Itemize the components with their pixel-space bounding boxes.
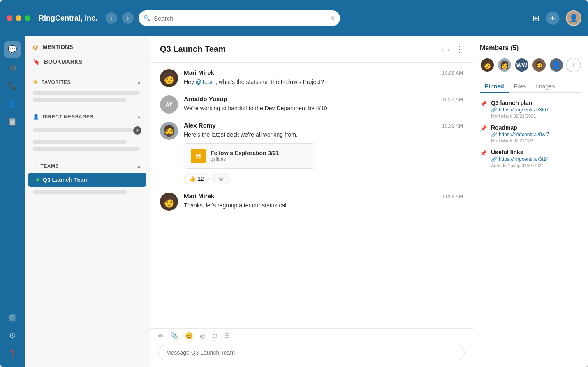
- chat-title: Q3 Launch Team: [160, 44, 226, 54]
- emoji-icon[interactable]: 😊: [185, 332, 193, 340]
- more-options-button[interactable]: ⋮: [456, 45, 463, 54]
- pinned-title-1: Q3 launch plan: [491, 100, 549, 106]
- file-name: Fellow's Exploration 3/21: [211, 150, 279, 156]
- message-1-author: Mari Mirek: [184, 69, 214, 76]
- tab-files[interactable]: Files: [509, 81, 531, 93]
- video-rail-icon[interactable]: 📹: [4, 59, 21, 76]
- pinned-item-3: 📌 Useful links 🔗 https://ringcentr.al/3t…: [480, 149, 581, 168]
- message-1-time: 10:08 AM: [442, 70, 463, 76]
- favorites-header[interactable]: ★ FAVORITES ▲: [25, 76, 150, 88]
- pinned-title-3: Useful links: [491, 149, 549, 156]
- dm-header-left: 👤 DIRECT MESSAGES: [33, 114, 93, 120]
- apps-rail-icon[interactable]: ⚙️: [4, 309, 21, 326]
- dm-icon: 👤: [33, 114, 39, 120]
- add-button[interactable]: +: [546, 12, 559, 25]
- messages-list: 🧑 Mari Mirek 10:08 AM Hey @Team, what's …: [150, 63, 473, 328]
- link-icon-1: 🔗: [491, 107, 497, 113]
- message-1-content: Mari Mirek 10:08 AM Hey @Team, what's th…: [184, 69, 463, 86]
- phone-rail-icon[interactable]: 📞: [4, 77, 21, 94]
- member-avatar-4: 🧔: [532, 58, 546, 72]
- main-content: 💬 📹 📞 👤 📋 ⚙️ ⚙ ❓ @ MENTIONS 🔖 BOOKMARKS: [0, 36, 588, 367]
- chat-header: Q3 Launch Team ▭ ⋮: [150, 36, 473, 63]
- mentions-icon: @: [33, 44, 39, 50]
- message-3: 🧔 Alex Romy 10:32 AM Here's the latest d…: [160, 122, 463, 184]
- mentions-label: MENTIONS: [43, 44, 73, 50]
- chat-toolbar: ✏ 📎 😊 ◎ ⊙ ☰: [150, 328, 473, 341]
- dm-skeleton-3: [33, 147, 139, 151]
- close-button[interactable]: [7, 15, 12, 21]
- message-4-time: 11:08 AM: [442, 194, 463, 200]
- minimize-button[interactable]: [16, 15, 21, 21]
- sidebar-mentions[interactable]: @ MENTIONS: [25, 39, 150, 54]
- favorites-chevron: ▲: [137, 79, 141, 85]
- attachment-icon[interactable]: 📎: [170, 332, 178, 340]
- chat-input-area: [150, 341, 473, 367]
- thumbs-up-reaction[interactable]: 👍 12: [184, 173, 209, 184]
- sidebar-bookmarks[interactable]: 🔖 BOOKMARKS: [25, 54, 150, 69]
- video-call-button[interactable]: ▭: [442, 45, 449, 54]
- tasks-rail-icon[interactable]: 📋: [4, 114, 21, 130]
- messages-rail-icon[interactable]: 💬: [4, 41, 21, 58]
- chat-area: Q3 Launch Team ▭ ⋮ 🧑 Mari Mirek 10:08 AM: [150, 36, 473, 367]
- mention-icon[interactable]: ⊙: [212, 332, 218, 340]
- user-avatar[interactable]: 👤: [566, 10, 581, 26]
- contacts-rail-icon[interactable]: 👤: [4, 95, 21, 112]
- pinned-url-3: https://ringcentr.al/3t24: [499, 156, 549, 162]
- team-q3-launch[interactable]: Q3 Launch Team: [28, 173, 146, 187]
- chat-input[interactable]: [158, 345, 465, 360]
- message-3-header: Alex Romy 10:32 AM: [184, 122, 463, 129]
- message-1-text: Hey @Team, what's the status on the Fell…: [184, 78, 463, 86]
- right-panel: Members (5) 🧑 👩 WW 🧔 👤 + Pinned Files Im…: [473, 36, 588, 367]
- pinned-content-1: Q3 launch plan 🔗 https://ringcentr.al/3t…: [491, 100, 549, 118]
- tab-images[interactable]: Images: [531, 81, 560, 93]
- members-header: Members (5): [480, 44, 581, 52]
- app-window: RingCentral, Inc. ‹ › 🔍 ✕ ⊞ + 👤 💬 📹 📞 👤 …: [0, 0, 588, 367]
- clear-search-button[interactable]: ✕: [330, 14, 335, 22]
- file-type: gslides: [211, 156, 279, 162]
- pinned-content-2: Roadmap 🔗 https://ringcentr.al/0wi7 Mari…: [491, 124, 549, 143]
- maximize-button[interactable]: [25, 15, 30, 21]
- message-3-text: Here's the latest deck we're all working…: [184, 130, 463, 139]
- message-3-time: 10:32 AM: [442, 123, 463, 129]
- search-input[interactable]: [154, 15, 326, 22]
- message-1: 🧑 Mari Mirek 10:08 AM Hey @Team, what's …: [160, 69, 463, 87]
- pinned-item-1: 📌 Q3 launch plan 🔗 https://ringcentr.al/…: [480, 100, 581, 118]
- thumbs-up-count: 12: [198, 176, 204, 182]
- pinned-link-1[interactable]: 🔗 https://ringcentr.al/3t67: [491, 107, 549, 113]
- traffic-lights: [7, 15, 30, 21]
- panel-tabs: Pinned Files Images: [480, 81, 581, 93]
- settings-rail-icon[interactable]: ⚙: [4, 328, 21, 344]
- message-2-text: We're working to handoff to the Dev Depa…: [184, 104, 463, 113]
- pinned-items: 📌 Q3 launch plan 🔗 https://ringcentr.al/…: [480, 100, 581, 168]
- bookmarks-label: BOOKMARKS: [44, 58, 82, 65]
- attachment-fellows[interactable]: ▦ Fellow's Exploration 3/21 gslides: [184, 143, 315, 169]
- member-avatar-1: 🧑: [480, 58, 495, 72]
- titlebar: RingCentral, Inc. ‹ › 🔍 ✕ ⊞ + 👤: [0, 0, 588, 36]
- team-label: Q3 Launch Team: [43, 177, 89, 183]
- emoji-add-icon: ☺: [218, 175, 224, 182]
- forward-button[interactable]: ›: [122, 12, 134, 24]
- pinned-meta-1: Mari Mirek 02/21/2021: [491, 114, 549, 118]
- formatting-icon[interactable]: ✏: [158, 332, 164, 340]
- link-icon-2: 🔗: [491, 132, 497, 137]
- team-skeleton-1: [33, 190, 127, 194]
- dm-chevron: ▲: [137, 114, 141, 120]
- icon-rail: 💬 📹 📞 👤 📋 ⚙️ ⚙ ❓: [0, 36, 25, 367]
- titlebar-right: ⊞ + 👤: [532, 10, 581, 26]
- grid-icon-button[interactable]: ⊞: [532, 13, 539, 23]
- pinned-link-3[interactable]: 🔗 https://ringcentr.al/3t24: [491, 156, 549, 162]
- teams-header[interactable]: ⁙ TEAMS ▲: [25, 160, 150, 172]
- dm-header[interactable]: 👤 DIRECT MESSAGES ▲: [25, 111, 150, 123]
- tab-pinned[interactable]: Pinned: [480, 81, 509, 93]
- message-4-author: Mari Mirek: [184, 193, 214, 200]
- add-reaction-button[interactable]: ☺: [212, 173, 229, 184]
- reactions: 👍 12 ☺: [184, 173, 463, 184]
- back-button[interactable]: ‹: [106, 12, 117, 24]
- add-member-button[interactable]: +: [566, 58, 581, 72]
- pinned-link-2[interactable]: 🔗 https://ringcentr.al/0wi7: [491, 132, 549, 137]
- help-rail-icon[interactable]: ❓: [4, 346, 21, 362]
- bookmarks-icon: 🔖: [33, 58, 40, 65]
- more-toolbar-icon[interactable]: ☰: [224, 332, 230, 340]
- message-3-author: Alex Romy: [184, 122, 216, 129]
- task-icon[interactable]: ◎: [200, 332, 206, 340]
